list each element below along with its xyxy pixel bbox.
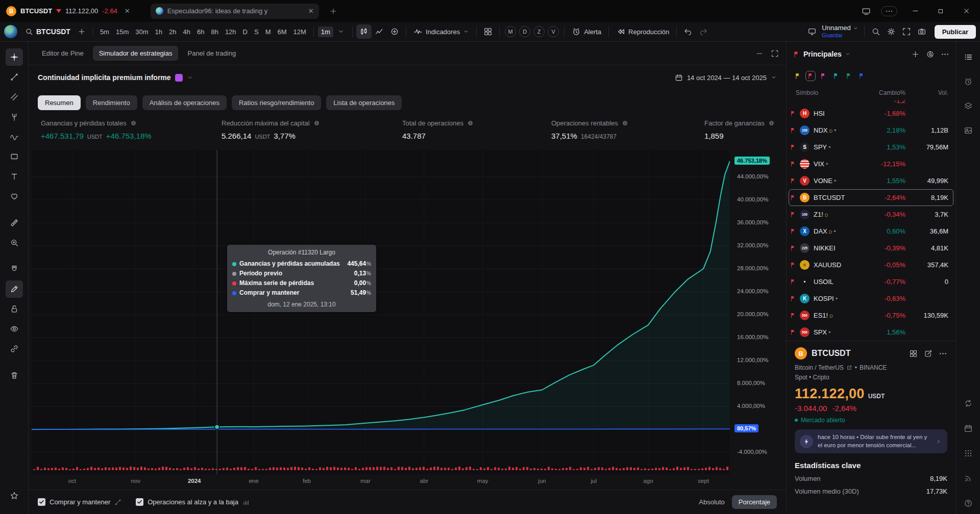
timeframe-S[interactable]: S [251,27,262,37]
browser-menu-button[interactable] [881,6,897,16]
timeframe-1m[interactable]: 1m [318,27,333,37]
longshort-checkbox-group[interactable]: Operaciones al alza y a la baja [136,498,250,506]
watchlist-row-btcusdt[interactable]: BBTCUSDT-2,64%8,19K [787,189,955,206]
close-tab-button[interactable]: ✕ [121,7,133,15]
timeframe-15m[interactable]: 15m [113,27,132,37]
flag-filter-2[interactable] [819,72,827,80]
replay-button[interactable]: Reproducción [612,25,673,38]
trend-line-tool[interactable] [6,68,23,86]
zoom-tool[interactable] [6,234,23,251]
watchlist-row-dax[interactable]: XDAXD•0,60%36,6M [787,223,955,240]
active-tab-symbol[interactable]: BTCUSDT [20,7,52,15]
info-icon[interactable] [467,120,474,126]
shortcut-v-button[interactable]: V [548,26,559,37]
percentage-button[interactable]: Porcentaje [732,495,777,509]
indicators-button[interactable]: Indicadores [410,25,473,38]
equity-chart[interactable]: Operación #11320 LargoGanancias y pérdid… [32,150,730,474]
report-tab-lista-de-operaciones[interactable]: Lista de operaciones [326,95,402,110]
text-tool[interactable] [6,168,23,185]
compare-button[interactable] [387,24,402,39]
report-tab-rendimiento[interactable]: Rendimiento [86,95,137,110]
watchlist-more-button[interactable] [941,50,949,59]
shapes-tool[interactable] [6,148,23,165]
watchlist-row-hsi[interactable]: HHSI-1,68% [787,105,955,122]
shortcut-z-button[interactable]: Z [533,26,545,37]
flag-filter-0[interactable] [794,72,802,80]
report-tab-ratios-riesgo-rendimiento[interactable]: Ratios riesgo/rendimiento [232,95,321,110]
timeframe-2h[interactable]: 2h [166,27,179,37]
timeframe-6M[interactable]: 6M [275,27,290,37]
timeframe-D[interactable]: D [240,27,251,37]
external-link-icon[interactable] [846,365,852,371]
strategy-title[interactable]: Continuidad implicita premium informe [38,73,171,82]
watchlist-row-spx[interactable]: 500SPX•1,56% [787,324,955,341]
help-button[interactable] [959,494,977,512]
undo-button[interactable] [680,24,696,39]
tab-strategy-tester[interactable]: Simulador de estrategias [93,46,179,61]
timeframe-4h[interactable]: 4h [180,27,193,37]
screen-share-icon[interactable] [862,7,871,16]
detail-more-icon[interactable] [939,349,947,358]
pitchfork-tool[interactable] [6,108,23,125]
buyhold-checkbox-group[interactable]: Comprar y mantener [38,498,121,506]
ideas-panel-button[interactable] [959,121,977,140]
info-icon[interactable] [130,120,137,126]
column-volume[interactable]: Vol. [905,89,948,96]
longshort-checkbox[interactable] [136,498,143,506]
watchlist-title[interactable]: Principales [803,50,842,58]
add-symbol-to-list-button[interactable] [911,50,920,59]
shortcut-d-button[interactable]: D [519,26,530,37]
add-symbol-button[interactable] [74,24,89,39]
favorites-star[interactable] [6,487,23,504]
layout-grid-button[interactable] [480,24,496,39]
column-symbol[interactable]: Símbolo [796,89,867,96]
user-avatar[interactable] [4,25,17,38]
info-icon[interactable] [622,120,628,126]
time-axis[interactable]: octnov2024enefebmarabrmayjunjulagosept [32,475,730,487]
timeframe-8h[interactable]: 8h [208,27,221,37]
heatmap-view-button[interactable] [926,50,935,59]
detail-layout-icon[interactable] [909,349,918,358]
flag-filter-4[interactable] [845,72,853,80]
column-change[interactable]: Cambio% [867,89,905,96]
delete-tool[interactable] [6,367,23,384]
panel-minimize-button[interactable] [755,49,764,58]
save-layout-button[interactable]: Guardar [822,32,858,39]
strategy-menu-chevron-icon[interactable] [187,74,193,81]
detail-edit-icon[interactable] [924,349,933,358]
watchlist-row-usoil[interactable]: •USOIL-0,77%0 [787,273,955,290]
measure-tool[interactable] [6,214,23,232]
alerts-panel-button[interactable] [959,72,977,91]
apps-button[interactable] [959,444,977,462]
close-tab2-button[interactable]: ✕ [308,7,314,15]
watchlist-row-vone[interactable]: VVONE•1,55%49,99K [787,172,955,189]
news-card[interactable]: hace 10 horas • Dólar sube frente al yen… [795,429,947,453]
chart-type-button[interactable] [356,24,372,39]
report-tab-resumen[interactable]: Resumen [38,95,81,110]
calendar-panel-button[interactable] [959,419,977,438]
symbol-search-button[interactable]: BTCUSDT [21,25,74,38]
emoji-tool[interactable] [6,188,23,205]
timeframe-1h[interactable]: 1h [152,27,165,37]
browser-tab-especulador[interactable]: Especulador96: ideas de trading y ✕ [151,4,319,19]
watchlist-menu-chevron-icon[interactable] [845,51,851,57]
watchlist-row-kospi[interactable]: KKOSPI•-0,63% [787,290,955,307]
settings-button[interactable] [884,24,899,39]
flag-filter-1[interactable] [806,72,815,80]
lock-tool[interactable] [6,300,23,318]
date-range-picker[interactable]: 14 oct 2024 — 14 oct 2025 [675,73,777,82]
redo-button[interactable] [696,24,711,39]
hotlists-panel-button[interactable] [959,97,977,115]
watchlist-row-partial[interactable]: -1,2 [787,100,955,105]
price-axis[interactable]: 44.000,00%40.000,00%36.000,00%32.000,00%… [732,150,785,474]
tab-pine-editor[interactable]: Editor de Pine [36,46,90,61]
window-minimize-button[interactable] [908,7,923,15]
flag-filter-5[interactable] [857,72,866,80]
absolute-button[interactable]: Absoluto [699,498,725,506]
report-tab-an-lisis-de-operaciones[interactable]: Análisis de operaciones [142,95,227,110]
hide-tool[interactable] [6,320,23,338]
timeframe-12M[interactable]: 12M [290,27,309,37]
quick-search-button[interactable] [868,24,884,39]
watchlist-row-z1[interactable]: 100Z1!D-0,34%3,7K [787,206,955,223]
window-maximize-button[interactable] [933,8,948,15]
